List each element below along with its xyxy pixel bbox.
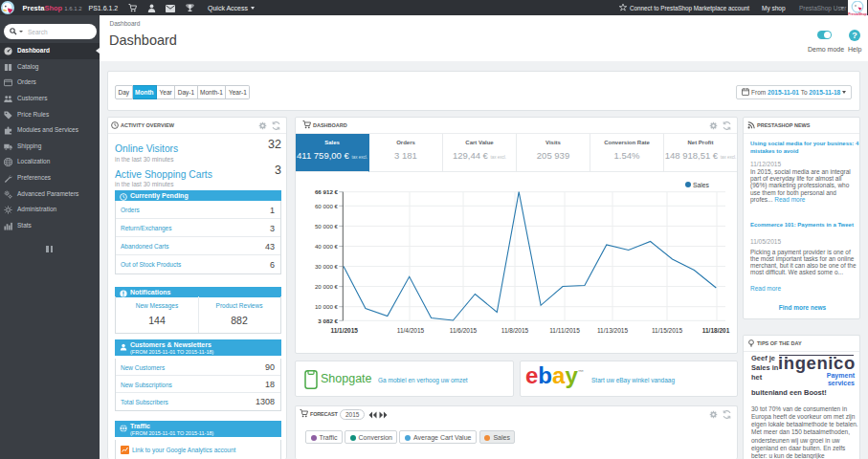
- svg-text:11/15/2015: 11/15/2015: [652, 327, 682, 334]
- svg-text:11/11/2015: 11/11/2015: [549, 327, 580, 334]
- svg-text:11/8/2015: 11/8/2015: [501, 327, 529, 334]
- svg-text:10 000 €: 10 000 €: [315, 303, 339, 310]
- svg-text:11/4/2015: 11/4/2015: [397, 327, 425, 334]
- svg-text:3 082 €: 3 082 €: [318, 317, 338, 324]
- svg-text:11/6/2015: 11/6/2015: [450, 327, 478, 334]
- svg-text:11/1/2015: 11/1/2015: [330, 327, 358, 334]
- svg-text:50 000 €: 50 000 €: [315, 223, 339, 230]
- svg-text:30 000 €: 30 000 €: [315, 263, 339, 270]
- svg-text:11/13/2015: 11/13/2015: [597, 327, 628, 334]
- svg-text:20 000 €: 20 000 €: [315, 283, 339, 290]
- svg-text:66 912 €: 66 912 €: [315, 188, 339, 195]
- svg-text:11/18/201: 11/18/201: [702, 327, 730, 334]
- svg-text:Sales: Sales: [693, 182, 710, 188]
- svg-text:40 000 €: 40 000 €: [315, 243, 339, 250]
- svg-text:60 000 €: 60 000 €: [315, 203, 339, 209]
